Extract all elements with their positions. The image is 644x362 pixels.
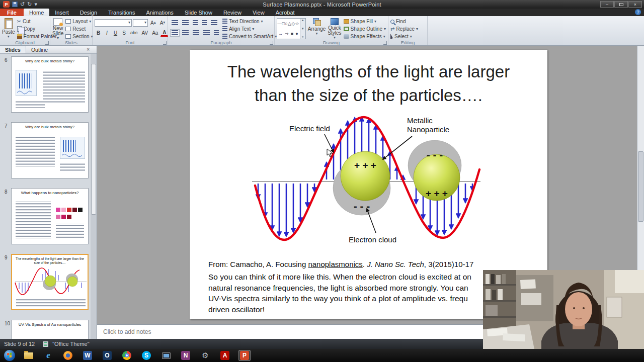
new-slide-button[interactable]: New Slide ▾ [52, 17, 63, 40]
close-button[interactable]: × [628, 1, 642, 8]
tab-view[interactable]: View [247, 9, 270, 16]
arrange-button[interactable]: Arrange ▾ [308, 17, 326, 40]
quick-styles-button[interactable]: Quick Styles ▾ [328, 17, 341, 40]
spellcheck-icon[interactable] [43, 341, 48, 347]
tab-insert[interactable]: Insert [49, 9, 74, 16]
justify-button[interactable] [202, 29, 211, 37]
citation-text[interactable]: From: Camacho, A. Focusing nanoplasmonic… [208, 260, 473, 268]
replace-button[interactable]: ⇄ Replace ▾ [390, 26, 418, 32]
shrink-font-button[interactable]: A▾ [158, 19, 167, 27]
maximize-button[interactable] [614, 1, 628, 8]
shape-outline-button[interactable]: Shape Outline ▾ [344, 26, 386, 32]
tab-file[interactable]: File [0, 9, 24, 16]
change-case-button[interactable]: Aa [150, 29, 159, 37]
slide-title[interactable]: The wavelengths of the light are larger … [190, 60, 547, 107]
powerpoint-taskbar-icon[interactable]: P [238, 350, 251, 361]
align-left-button[interactable] [170, 29, 180, 37]
tab-home[interactable]: Home [24, 9, 49, 16]
shape-triangle-icon[interactable]: △ [288, 21, 291, 26]
panel-close-icon[interactable]: × [87, 47, 90, 52]
increase-indent-button[interactable] [200, 19, 208, 27]
help-icon[interactable]: ? [635, 9, 641, 15]
underline-button[interactable]: U [112, 29, 119, 37]
tab-acrobat[interactable]: Acrobat [270, 9, 300, 16]
text-direction-button[interactable]: Text Direction ▾ [222, 18, 277, 25]
bold-button[interactable]: B [95, 29, 102, 37]
shapes-gallery-scroll[interactable]: ▲▼≡ [300, 19, 305, 39]
bullets-button[interactable] [170, 19, 180, 27]
section-button[interactable]: Section ▾ [65, 33, 93, 40]
clipboard-dialog-launcher[interactable] [45, 41, 49, 45]
align-center-button[interactable] [181, 29, 190, 37]
shape-line-icon[interactable]: — [277, 21, 282, 26]
save-icon[interactable] [12, 2, 18, 7]
text-shadow-button[interactable]: S [120, 29, 128, 37]
tab-design[interactable]: Design [74, 9, 103, 16]
redo-icon[interactable]: ↻ [27, 1, 32, 8]
skype-icon[interactable]: S [140, 350, 152, 361]
undo-icon[interactable]: ↺ [20, 1, 25, 8]
settings-icon[interactable]: ⚙ [199, 350, 211, 361]
panel-tab-slides[interactable]: Slides [0, 46, 26, 53]
shape-circle-icon[interactable]: ○ [285, 21, 287, 26]
convert-smartart-button[interactable]: Convert to SmartArt ▾ [222, 33, 277, 40]
minimize-button[interactable]: – [600, 1, 614, 8]
character-spacing-button[interactable]: AV [140, 29, 150, 37]
shape-rectangle-icon[interactable]: □ [282, 21, 284, 26]
align-text-button[interactable]: Align Text ▾ [222, 26, 277, 32]
shape-block-arrow-icon[interactable]: ⇒ [285, 31, 289, 36]
grow-font-button[interactable]: A▴ [149, 19, 157, 27]
my-computer-icon[interactable] [160, 350, 172, 361]
layout-button[interactable]: Layout ▾ [65, 18, 93, 25]
internet-explorer-icon[interactable]: e [42, 350, 54, 361]
tab-animations[interactable]: Animations [140, 9, 179, 16]
font-name-select[interactable]: ▾ [95, 19, 132, 27]
shape-star-icon[interactable]: ☆ [295, 21, 299, 26]
reset-button[interactable]: Reset [65, 26, 93, 32]
qat-customize-icon[interactable]: ▾ [34, 1, 37, 8]
shape-filled-circle-icon[interactable]: ● [295, 31, 298, 36]
slide-thumbnail-7[interactable]: 7 Why are bulk metals shiny? [11, 122, 91, 180]
align-right-button[interactable] [191, 29, 201, 37]
columns-button[interactable] [212, 29, 220, 37]
word-icon[interactable]: W [82, 350, 94, 361]
line-spacing-button[interactable] [209, 19, 219, 27]
powerpoint-app-icon[interactable]: P [3, 1, 10, 8]
tab-review[interactable]: Review [218, 9, 247, 16]
decrease-indent-button[interactable] [191, 19, 199, 27]
thumbnail-title: What happens to nanoparticles? [12, 189, 88, 195]
slide-body-text[interactable]: So you can think of it more like this. W… [208, 272, 471, 315]
numbering-button[interactable] [181, 19, 190, 27]
firefox-icon[interactable] [62, 350, 74, 361]
tab-slide-show[interactable]: Slide Show [179, 9, 218, 16]
select-button[interactable]: Select ▾ [390, 33, 418, 40]
paste-button[interactable]: Paste ▾ [2, 17, 15, 40]
font-dialog-launcher[interactable] [163, 41, 167, 45]
plasmon-diagram[interactable]: + + + - - - - - - + + + Electric field M… [250, 110, 489, 255]
shape-diamond-icon[interactable]: ◇ [291, 21, 295, 26]
windows-explorer-icon[interactable] [23, 350, 35, 361]
chrome-icon[interactable] [121, 350, 133, 361]
shape-fill-button[interactable]: Shape Fill ▾ [344, 18, 386, 25]
strikethrough-button[interactable]: abc [129, 29, 139, 37]
drawing-dialog-launcher[interactable] [383, 41, 387, 45]
outlook-icon[interactable]: O [101, 350, 113, 361]
slide-thumbnail-8[interactable]: 8 What happens to nanoparticles? [11, 188, 91, 246]
slide-thumbnail-9[interactable]: 9 The wavelengths of the light are large… [11, 254, 91, 312]
start-button[interactable] [4, 350, 15, 361]
slide-thumbnail-6[interactable]: 6 Why are bulk metals shiny? [11, 56, 91, 115]
italic-button[interactable]: I [103, 29, 111, 37]
panel-scrollbar[interactable] [91, 54, 97, 339]
shape-effects-button[interactable]: Shape Effects ▾ [344, 33, 386, 40]
panel-tab-outline[interactable]: Outline [26, 46, 53, 53]
adobe-reader-icon[interactable]: A [219, 350, 231, 361]
onenote-icon[interactable]: N [180, 350, 192, 361]
find-button[interactable]: Find [390, 18, 418, 25]
tab-transitions[interactable]: Transitions [103, 9, 140, 16]
font-color-button[interactable]: A [160, 29, 168, 37]
shapes-gallery[interactable]: — □ ○ △ ◇ ☆ → ⇒ ■ ● ▲▼≡ [277, 18, 306, 39]
shape-arrow-icon[interactable]: → [278, 31, 283, 36]
shape-filled-square-icon[interactable]: ■ [291, 31, 293, 36]
paragraph-dialog-launcher[interactable] [270, 41, 273, 45]
font-size-select[interactable]: ▾ [133, 19, 148, 27]
